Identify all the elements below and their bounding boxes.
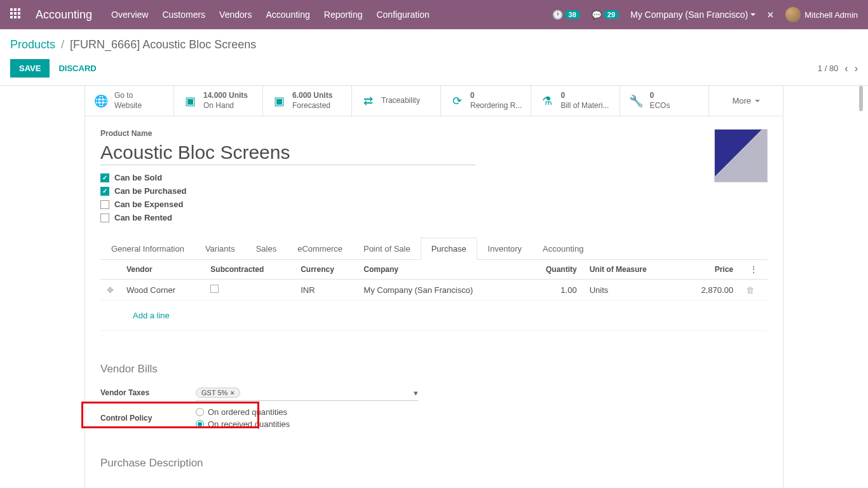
add-line-button[interactable]: Add a line [126,306,176,325]
table-row[interactable]: ✥ Wood Corner INR My Company (San Franci… [100,280,768,301]
vendor-table: Vendor Subcontracted Currency Company Qu… [100,260,768,331]
product-name-input[interactable] [100,140,475,165]
flask-icon: ⚗ [540,94,554,108]
tab-sales[interactable]: Sales [245,238,287,259]
exchange-icon: ⇄ [361,94,375,108]
tax-tag: GST 5% × [196,388,240,398]
globe-icon: 🌐 [94,94,108,108]
stat-more[interactable]: More [709,86,783,116]
nav-reporting[interactable]: Reporting [324,10,363,20]
tab-purchase[interactable]: Purchase [421,238,477,260]
cb-can-be-expensed[interactable] [100,200,109,209]
stat-buttons: 🌐 Go toWebsite ▣ 14.000 UnitsOn Hand ▣ 6… [85,86,783,116]
cb-subcontracted[interactable] [210,285,219,293]
cubes-icon: ▣ [183,94,197,108]
content: 🌐 Go toWebsite ▣ 14.000 UnitsOn Hand ▣ 6… [0,86,868,488]
product-name-label: Product Name [100,129,714,138]
cb-can-be-rented[interactable] [100,214,109,222]
nav-overview[interactable]: Overview [111,10,148,20]
stat-traceability[interactable]: ⇄ Traceability [352,86,441,116]
caret-down-icon [755,100,760,102]
tab-accounting[interactable]: Accounting [532,238,593,259]
apps-icon[interactable] [10,8,23,21]
remove-tag-icon[interactable]: × [230,389,234,396]
debug-tool-icon[interactable] [767,10,774,20]
breadcrumb-current: [FURN_6666] Acoustic Bloc Screens [70,38,256,51]
product-image[interactable] [714,129,768,182]
pager-prev[interactable]: ‹ [844,63,848,74]
company-switcher[interactable]: My Company (San Francisco) [630,10,756,20]
radio-received[interactable] [196,420,204,428]
stat-forecasted[interactable]: ▣ 6.000 UnitsForecasted [263,86,352,116]
messages-indicator[interactable]: 29 [592,10,619,20]
user-menu[interactable]: Mitchell Admin [785,7,858,22]
save-button[interactable]: SAVE [10,59,50,78]
tab-inventory[interactable]: Inventory [477,238,532,259]
stat-reordering[interactable]: ⟳ 0Reordering R... [441,86,531,116]
dropdown-caret-icon[interactable]: ▾ [414,388,418,398]
section-vendor-bills: Vendor Bills [100,363,768,376]
delete-row-icon[interactable]: 🗑 [746,285,754,295]
pager-next[interactable]: › [855,63,858,74]
control-policy-label: Control Policy [100,414,196,423]
scrollbar[interactable] [857,86,865,488]
tab-pos[interactable]: Point of Sale [353,238,421,259]
stat-ecos[interactable]: 🔧 0ECOs [620,86,709,116]
vendor-taxes-input[interactable]: GST 5% × [196,384,418,401]
nav-vendors[interactable]: Vendors [219,10,252,20]
stat-goto-website[interactable]: 🌐 Go toWebsite [85,86,174,116]
tab-variants[interactable]: Variants [194,238,245,259]
column-menu-icon[interactable]: ⋮ [746,265,761,274]
stat-on-hand[interactable]: ▣ 14.000 UnitsOn Hand [174,86,263,116]
pager: 1 / 80 ‹ › [818,63,858,74]
chat-icon [592,10,602,20]
refresh-icon: ⟳ [450,94,464,108]
tab-ecommerce[interactable]: eCommerce [287,238,353,259]
tab-general[interactable]: General Information [100,238,194,259]
pager-count: 1 / 80 [818,64,839,73]
breadcrumb-row: Products / [FURN_6666] Acoustic Bloc Scr… [0,29,868,57]
nav-menu: Overview Customers Vendors Accounting Re… [111,10,430,20]
avatar [785,7,801,22]
breadcrumb: Products / [FURN_6666] Acoustic Bloc Scr… [10,38,256,51]
top-nav: Accounting Overview Customers Vendors Ac… [0,0,868,29]
stat-bom[interactable]: ⚗ 0Bill of Materi... [531,86,620,116]
breadcrumb-root[interactable]: Products [10,38,55,51]
actions-row: SAVE DISCARD 1 / 80 ‹ › [0,57,868,85]
drag-handle-icon[interactable]: ✥ [107,285,114,295]
discard-button[interactable]: DISCARD [58,64,96,73]
nav-customers[interactable]: Customers [162,10,205,20]
cb-can-be-sold[interactable] [100,173,109,182]
radio-ordered[interactable] [196,408,204,416]
caret-down-icon [750,13,756,16]
tabs: General Information Variants Sales eComm… [100,238,768,260]
section-purchase-desc: Purchase Description [100,457,768,470]
app-brand[interactable]: Accounting [36,8,92,22]
wrench-icon: 🔧 [629,94,643,108]
cb-can-be-purchased[interactable] [100,187,109,196]
nav-configuration[interactable]: Configuration [376,10,429,20]
clock-icon [552,10,563,20]
nav-accounting[interactable]: Accounting [266,10,309,20]
cubes-icon: ▣ [272,94,286,108]
activity-indicator[interactable]: 38 [552,10,580,20]
vendor-taxes-label: Vendor Taxes [100,388,196,397]
